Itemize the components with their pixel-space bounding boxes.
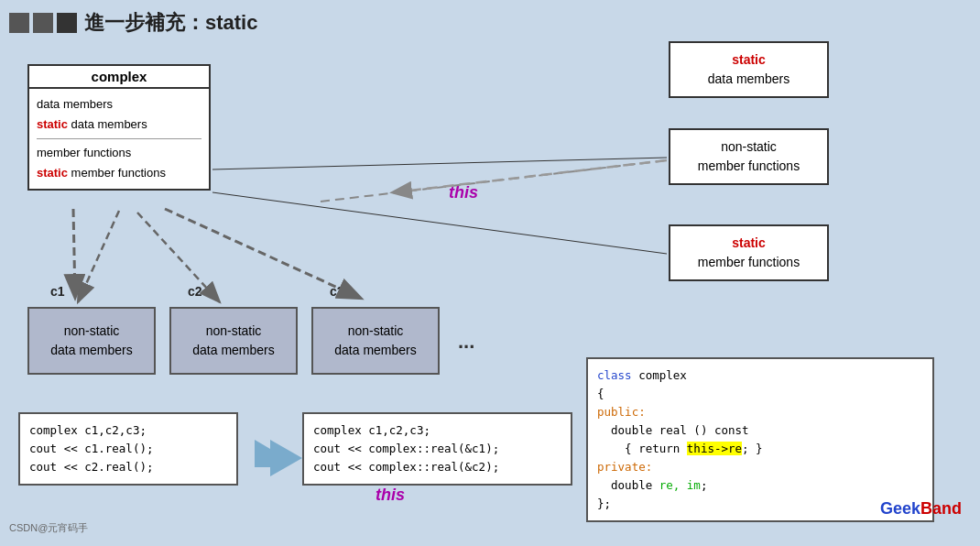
code-left-line3: cout << c2.real();	[29, 458, 227, 476]
nonstatic-func-label1: non-static	[676, 137, 822, 157]
code-left-line2: cout << c1.real();	[29, 440, 227, 458]
complex-box-title: complex	[29, 66, 209, 89]
complex-line4: static member functions	[37, 163, 201, 183]
box-static-func: static member functions	[669, 224, 829, 281]
code-right-line5: { return this->re; }	[597, 440, 923, 458]
arrow-right-icon	[255, 440, 302, 476]
this-label-2: this	[376, 486, 405, 505]
header: 進一步補充：static	[9, 9, 257, 37]
class-keyword: class	[597, 368, 632, 382]
code-right-line6: private:	[597, 458, 923, 476]
instance-label-c1: c1	[50, 284, 65, 299]
complex-box: complex data members static data members…	[27, 64, 211, 191]
instance-label-c3: c3	[330, 284, 344, 299]
complex-line3: member functions	[37, 143, 201, 163]
data-members-label: data members	[676, 70, 822, 89]
geek-text: Geek	[880, 499, 920, 518]
code-left-line1: complex c1,c2,c3;	[29, 421, 227, 440]
code-right-line3: public:	[597, 403, 923, 421]
code-right-line4: double real () const	[597, 421, 923, 440]
this-arrow	[321, 160, 667, 202]
line-to-static	[212, 192, 667, 254]
square-2	[33, 13, 53, 33]
public-keyword: public:	[597, 405, 646, 419]
code-right-line8: };	[597, 495, 923, 513]
static-keyword-2: static	[732, 235, 766, 250]
code-right-line2: {	[597, 385, 923, 403]
square-3	[57, 13, 77, 33]
re-im-vars: re, im	[659, 478, 701, 492]
complex-to-c1-arrow	[73, 209, 75, 299]
csdn-label: CSDN@元宵码手	[9, 521, 88, 535]
static-func-keyword: static	[676, 234, 822, 253]
this-label-1: this	[449, 183, 478, 202]
instance-box-c3: non-staticdata members	[311, 307, 440, 375]
code-box-left: complex c1,c2,c3; cout << c1.real(); cou…	[18, 412, 238, 486]
watermark: GeekBand	[880, 499, 962, 519]
band-text: Band	[920, 499, 962, 518]
header-decoration	[9, 13, 77, 33]
code-mid-line3: cout << complex::real(&c2);	[313, 458, 561, 476]
static-keyword-1: static	[732, 52, 766, 67]
arrow-to-c2	[137, 213, 220, 302]
page-title: 進一步補充：static	[84, 9, 257, 37]
square-1	[9, 13, 29, 33]
this-highlight: this->re	[687, 442, 742, 455]
box-nonstatic-func: non-static member functions	[669, 128, 829, 185]
line-to-nonstatic	[212, 158, 667, 169]
this-dashed-arrow	[394, 160, 667, 192]
complex-line1: data members	[37, 94, 201, 115]
static-data-label: static	[676, 50, 822, 70]
instance-box-c2: non-staticdata members	[169, 307, 298, 375]
divider	[37, 138, 201, 139]
code-mid-line2: cout << complex::real(&c1);	[313, 440, 561, 458]
static-label-1: static	[37, 117, 68, 131]
code-box-middle: complex c1,c2,c3; cout << complex::real(…	[302, 412, 572, 486]
code-mid-line1: complex c1,c2,c3;	[313, 421, 561, 440]
instance-label-c2: c2	[188, 284, 202, 299]
code-right-line1: class complex	[597, 366, 923, 385]
static-label-2: static	[37, 166, 68, 180]
nonstatic-func-label2: member functions	[676, 157, 822, 176]
complex-box-body: data members static data members member …	[29, 89, 209, 189]
static-func-label: member functions	[676, 253, 822, 272]
code-right-line7: double re, im;	[597, 476, 923, 495]
code-box-right: class complex { public: double real () c…	[586, 357, 934, 522]
instance-box-c1: non-staticdata members	[27, 307, 156, 375]
ellipsis: ...	[458, 330, 474, 354]
complex-line2: static data members	[37, 115, 201, 135]
private-keyword: private:	[597, 460, 652, 474]
box-static-data: static data members	[669, 41, 829, 98]
arrow-to-c1	[78, 211, 119, 302]
